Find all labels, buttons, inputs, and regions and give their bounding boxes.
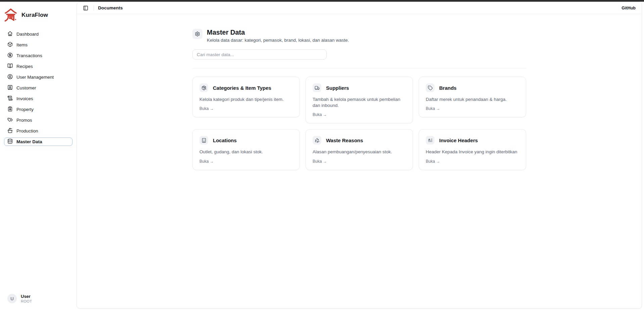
user-badge-icon: [7, 74, 13, 80]
clipboard-clock-icon: [7, 106, 13, 113]
section-divider: [192, 68, 526, 69]
panel-left-icon: [83, 5, 88, 11]
recycle-icon: [313, 136, 321, 145]
sidebar-item-items[interactable]: Items: [4, 41, 73, 49]
page-subtitle: Kelola data dasar: kategori, pemasok, br…: [207, 38, 349, 43]
sidebar-item-production[interactable]: Production: [4, 127, 73, 135]
main-panel: Documents GitHub Master Data Kelola data…: [77, 2, 642, 309]
sidebar-item-transactions[interactable]: Transactions: [4, 51, 73, 60]
card-title: Invoice Headers: [439, 138, 478, 143]
card-description: Alasan pembuangan/penyesuaian stok.: [313, 149, 406, 155]
circle-dollar-icon: [7, 52, 13, 59]
sidebar-item-dashboard[interactable]: Dashboard: [4, 30, 73, 38]
app-title: KuraFlow: [21, 12, 48, 18]
card-open-link[interactable]: Buka →: [426, 106, 519, 111]
letter-text-icon: [426, 136, 434, 145]
github-link[interactable]: GitHub: [622, 6, 636, 10]
sidebar-item-customer[interactable]: Customer: [4, 84, 73, 92]
card-description: Daftar merek untuk penandaan & harga.: [426, 96, 519, 103]
sidebar-item-recipes[interactable]: Recipes: [4, 62, 73, 71]
user-name: User: [21, 294, 32, 299]
sidebar: KuraFlow Dashboard Items Transactions Re…: [0, 2, 77, 312]
package-icon: [7, 42, 13, 48]
card-description: Outlet, gudang, dan lokasi stok.: [199, 149, 293, 155]
kuraflow-logo-icon: [3, 7, 18, 23]
header-separator: [94, 5, 94, 11]
card-title: Suppliers: [326, 85, 349, 91]
card-open-link[interactable]: Buka →: [313, 159, 406, 164]
sidebar-item-promos[interactable]: Promos: [4, 116, 73, 124]
card-description: Header Kepada Invoice yang ingin diterbi…: [426, 149, 519, 155]
book-open-icon: [7, 63, 13, 70]
scroll-icon: [7, 95, 13, 102]
card-brands[interactable]: Brands Daftar merek untuk penandaan & ha…: [419, 77, 526, 117]
search-input[interactable]: [192, 49, 327, 60]
user-section[interactable]: U User ROOT: [0, 294, 77, 312]
sidebar-item-user-management[interactable]: User Management: [4, 73, 73, 81]
card-suppliers[interactable]: Suppliers Tambah & kelola pemasok untuk …: [306, 77, 413, 123]
contact-card-icon: [7, 85, 13, 91]
home-icon: [7, 31, 13, 37]
main-header: Documents GitHub: [77, 2, 642, 14]
card-description: Tambah & kelola pemasok untuk pembelian …: [313, 96, 406, 109]
page-title: Master Data: [207, 29, 349, 36]
card-open-link[interactable]: Buka →: [313, 112, 406, 117]
card-locations[interactable]: Locations Outlet, gudang, dan lokasi sto…: [192, 129, 300, 170]
master-data-grid: Categories & Item Types Kelola kategori …: [192, 77, 526, 170]
sidebar-item-master-data[interactable]: Master Data: [4, 138, 73, 146]
card-invoice-headers[interactable]: Invoice Headers Header Kepada Invoice ya…: [419, 129, 526, 170]
card-title: Categories & Item Types: [213, 85, 271, 91]
cooking-pot-icon: [7, 128, 13, 134]
avatar: U: [7, 294, 17, 303]
tags-icon: [7, 117, 13, 123]
card-open-link[interactable]: Buka →: [199, 106, 293, 111]
user-role: ROOT: [21, 299, 32, 303]
gear-icon: [192, 29, 202, 39]
truck-icon: [313, 83, 321, 92]
building-icon: [199, 136, 208, 145]
breadcrumb: Documents: [98, 5, 123, 10]
sidebar-toggle-button[interactable]: [82, 4, 90, 12]
sidebar-item-invoices[interactable]: Invoices: [4, 94, 73, 103]
page-head: Master Data Kelola data dasar: kategori,…: [192, 29, 526, 43]
tag-icon: [426, 83, 434, 92]
card-open-link[interactable]: Buka →: [426, 159, 519, 164]
database-icon: [7, 139, 13, 145]
card-title: Brands: [439, 85, 457, 91]
content: Master Data Kelola data dasar: kategori,…: [192, 14, 526, 170]
card-title: Waste Reasons: [326, 138, 363, 143]
card-open-link[interactable]: Buka →: [199, 159, 293, 164]
package-search-icon: [199, 83, 208, 92]
card-title: Locations: [213, 138, 237, 143]
brand: KuraFlow: [0, 2, 77, 29]
sidebar-item-property[interactable]: Property: [4, 105, 73, 114]
card-waste-reasons[interactable]: Waste Reasons Alasan pembuangan/penyesua…: [306, 129, 413, 170]
card-categories-item-types[interactable]: Categories & Item Types Kelola kategori …: [192, 77, 300, 117]
card-description: Kelola kategori produk dan tipe/jenis it…: [199, 96, 293, 103]
sidebar-nav: Dashboard Items Transactions Recipes Use…: [0, 29, 77, 146]
